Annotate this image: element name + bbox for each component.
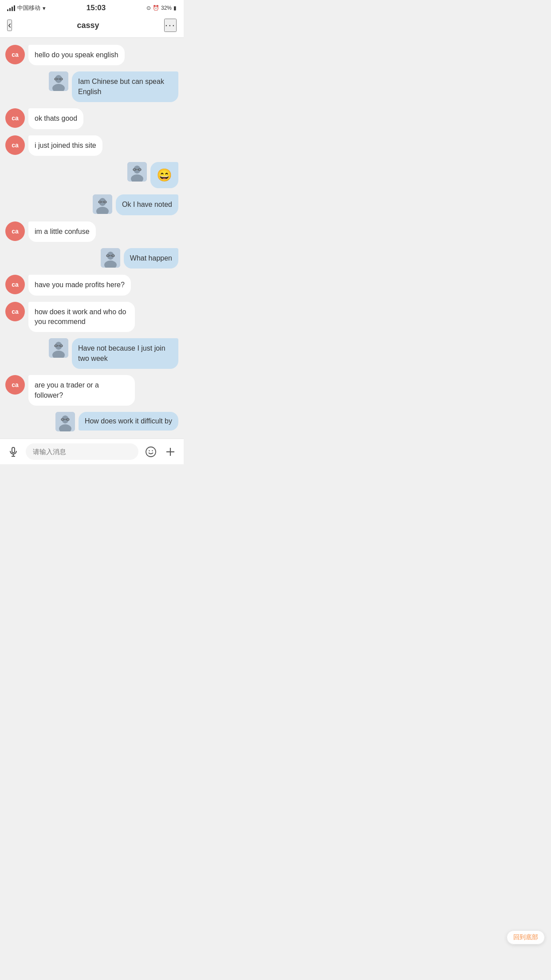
user-avatar <box>55 412 75 431</box>
message-row: How does work it difficult by <box>5 412 178 431</box>
message-row: cahave you made profits here? <box>5 275 178 295</box>
battery-icon: ▮ <box>173 5 177 11</box>
message-row: caim a little confuse <box>5 221 178 242</box>
message-row: caok thats good <box>5 108 178 129</box>
message-bubble: hello do you speak english <box>28 45 125 65</box>
message-row: Iam Chinese but can speak English <box>5 71 178 102</box>
user-avatar: ca <box>5 45 25 64</box>
message-bubble: i just joined this site <box>28 135 102 156</box>
message-row: Have not because I just join two week <box>5 338 178 369</box>
user-avatar <box>49 338 68 358</box>
user-avatar <box>127 162 147 182</box>
user-avatar <box>101 248 120 268</box>
status-time: 15:03 <box>87 4 106 12</box>
signal-icon <box>7 5 15 11</box>
user-avatar <box>93 194 112 214</box>
user-avatar <box>49 71 68 91</box>
message-row: cahello do you speak english <box>5 45 178 65</box>
chat-title: cassy <box>77 21 99 30</box>
message-bubble: Ok I have noted <box>116 194 178 215</box>
message-bubble: im a little confuse <box>28 221 96 242</box>
carrier-label: 中国移动 <box>17 4 40 12</box>
back-button[interactable]: ‹ <box>7 20 12 31</box>
input-bar <box>0 439 184 464</box>
message-bubble: 😄 <box>150 162 178 188</box>
message-bubble: How does work it difficult by <box>79 412 178 431</box>
status-bar: 中国移动 ▾ 15:03 ⊙ ⏰ 32% ▮ <box>0 0 184 14</box>
user-avatar: ca <box>5 135 25 155</box>
mic-button[interactable] <box>6 445 20 459</box>
message-bubble: have you made profits here? <box>28 275 131 295</box>
message-row: cai just joined this site <box>5 135 178 156</box>
svg-rect-36 <box>12 447 15 453</box>
svg-point-39 <box>146 447 156 457</box>
user-avatar: ca <box>5 302 25 321</box>
user-avatar: ca <box>5 221 25 241</box>
message-bubble: Iam Chinese but can speak English <box>72 71 178 102</box>
svg-point-41 <box>152 450 153 451</box>
status-left: 中国移动 ▾ <box>7 4 46 12</box>
message-row: What happen <box>5 248 178 269</box>
wifi-icon: ▾ <box>43 5 46 12</box>
more-button[interactable]: ··· <box>164 19 177 32</box>
message-bubble: are you a trader or a follower? <box>28 375 135 406</box>
chat-header: ‹ cassy ··· <box>0 14 184 38</box>
message-bubble: ok thats good <box>28 108 83 129</box>
message-bubble: Have not because I just join two week <box>72 338 178 369</box>
message-row: Ok I have noted <box>5 194 178 215</box>
svg-point-40 <box>149 450 150 451</box>
lock-icon: ⊙ <box>146 5 151 11</box>
alarm-icon: ⏰ <box>153 5 159 11</box>
status-right: ⊙ ⏰ 32% ▮ <box>146 5 177 11</box>
message-input[interactable] <box>26 443 138 460</box>
message-row: cahow does it work and who do you recomm… <box>5 302 178 332</box>
user-avatar: ca <box>5 108 25 128</box>
user-avatar: ca <box>5 275 25 294</box>
message-bubble: What happen <box>124 248 178 269</box>
battery-label: 32% <box>161 5 172 11</box>
message-row: 😄 <box>5 162 178 188</box>
add-button[interactable] <box>163 445 177 459</box>
message-bubble: how does it work and who do you recommen… <box>28 302 135 332</box>
user-avatar: ca <box>5 375 25 395</box>
message-row: caare you a trader or a follower? <box>5 375 178 406</box>
chat-area: cahello do you speak englishIam Chinese … <box>0 38 184 439</box>
emoji-button[interactable] <box>144 445 158 459</box>
